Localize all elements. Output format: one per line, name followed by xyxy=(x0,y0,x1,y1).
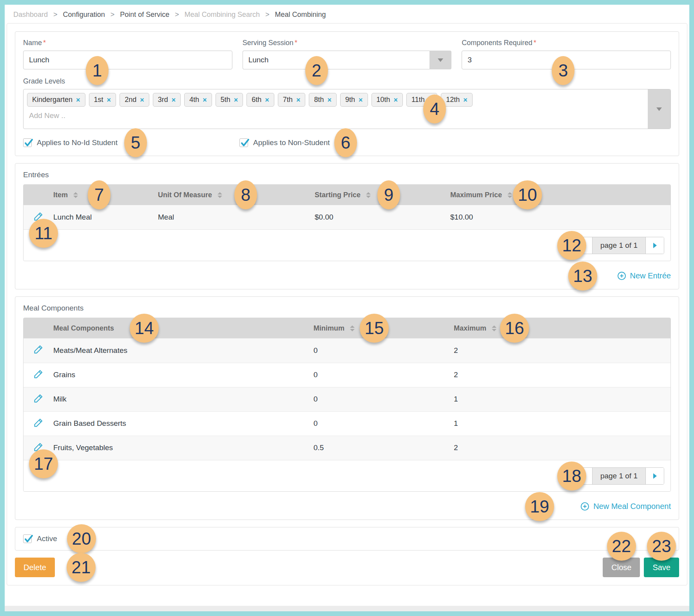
new-entree-link[interactable]: New Entrée xyxy=(617,271,671,280)
entrees-header-starting-price[interactable]: Starting Price 9 xyxy=(315,185,450,205)
grade-tag-label: 11th xyxy=(411,96,425,104)
remove-tag-icon[interactable]: × xyxy=(172,96,176,104)
sort-carets-icon xyxy=(366,192,371,198)
mc-max-cell: 1 xyxy=(454,387,670,411)
breadcrumb-configuration[interactable]: Configuration xyxy=(63,11,105,18)
remove-tag-icon[interactable]: × xyxy=(359,96,363,104)
callout-badge-21: 21 xyxy=(67,553,96,582)
required-asterisk: * xyxy=(533,39,536,47)
meal-components-title: Meal Components xyxy=(23,304,671,313)
active-checkbox[interactable] xyxy=(23,534,32,543)
entrees-header-unit-of-measure[interactable]: Unit Of Measure 8 xyxy=(158,185,315,205)
grade-tag: 2nd× xyxy=(120,93,149,107)
grade-tag: 4th× xyxy=(184,93,212,107)
close-button[interactable]: Close 22 xyxy=(603,558,640,577)
serving-session-dropdown-button[interactable] xyxy=(429,51,451,69)
grade-tag-label: 3rd xyxy=(158,96,168,104)
sort-carets-icon xyxy=(217,192,222,198)
breadcrumb-dashboard[interactable]: Dashboard xyxy=(13,11,48,18)
entrees-pagination-row: 11 12 page 1 of 1 xyxy=(24,229,670,261)
grade-tag: 9th× xyxy=(340,93,368,107)
edit-entree-cell xyxy=(24,205,53,229)
grade-level-tags: Kindergarten× 1st× 2nd× 3rd× 4th× 5th× 6… xyxy=(27,93,643,107)
entrees-page-prev-button[interactable] xyxy=(574,237,592,254)
chevron-down-icon xyxy=(438,58,443,62)
pencil-icon[interactable] xyxy=(33,211,44,222)
mc-row: Grains 0 2 xyxy=(24,363,670,387)
breadcrumb-point-of-service[interactable]: Point of Service xyxy=(120,11,169,18)
entrees-link-row: 13 New Entrée xyxy=(23,271,671,280)
callout-badge-9: 9 xyxy=(377,180,400,209)
non-student-checkbox[interactable] xyxy=(239,138,248,147)
mc-pager: page 1 of 1 xyxy=(574,467,664,485)
remove-tag-icon[interactable]: × xyxy=(203,96,207,104)
mc-header-name[interactable]: Meal Components 14 xyxy=(53,318,313,338)
remove-tag-icon[interactable]: × xyxy=(296,96,301,104)
footer-buttons-row: Delete 21 Close 22 Save 23 xyxy=(15,558,679,577)
required-asterisk: * xyxy=(43,39,46,47)
pencil-icon[interactable] xyxy=(33,369,44,380)
checkmark-icon xyxy=(24,138,33,147)
plus-circle-icon xyxy=(580,502,589,511)
left-arrow-icon xyxy=(581,243,585,248)
edit-mc-cell xyxy=(24,436,53,460)
remove-tag-icon[interactable]: × xyxy=(76,96,80,104)
entrees-page-next-button[interactable] xyxy=(646,237,664,254)
remove-tag-icon[interactable]: × xyxy=(265,96,269,104)
grade-tag: 5th× xyxy=(216,93,243,107)
remove-tag-icon[interactable]: × xyxy=(234,96,238,104)
remove-tag-icon[interactable]: × xyxy=(428,96,433,104)
grade-levels-multiselect[interactable]: Kindergarten× 1st× 2nd× 3rd× 4th× 5th× 6… xyxy=(23,89,671,129)
components-required-label: Components Required* xyxy=(462,39,671,47)
grade-tag-label: 4th xyxy=(189,96,199,104)
mc-page-next-button[interactable] xyxy=(646,468,664,484)
mc-name-cell: Milk xyxy=(53,387,313,411)
grade-levels-add-input[interactable] xyxy=(27,111,168,120)
entrees-pager: page 1 of 1 xyxy=(574,237,664,254)
remove-tag-icon[interactable]: × xyxy=(327,96,332,104)
entrees-header-item[interactable]: Item 7 xyxy=(53,185,158,205)
mc-row: Meats/Meat Alternates 0 2 xyxy=(24,338,670,363)
entree-unit-cell: Meal xyxy=(158,205,315,229)
no-id-student-checkbox[interactable] xyxy=(23,138,32,147)
save-button[interactable]: Save 23 xyxy=(644,558,679,577)
breadcrumb-meal-combining-search[interactable]: Meal Combining Search xyxy=(185,11,260,18)
pencil-icon[interactable] xyxy=(33,393,44,404)
mc-header-minimum[interactable]: Minimum 15 xyxy=(313,318,454,338)
breadcrumb-separator: > xyxy=(175,11,179,18)
mc-row: Fruits, Vegetables 0.5 2 xyxy=(24,436,670,460)
callout-badge-6: 6 xyxy=(334,128,357,157)
grade-tag-label: 2nd xyxy=(125,96,136,104)
components-required-input[interactable] xyxy=(462,51,671,69)
grade-tag-label: 9th xyxy=(345,96,355,104)
pencil-icon[interactable] xyxy=(33,344,44,355)
new-meal-component-link[interactable]: New Meal Component xyxy=(580,502,671,511)
pencil-icon[interactable] xyxy=(33,442,44,452)
right-arrow-icon xyxy=(653,243,657,248)
entrees-header-maximum-price[interactable]: Maximum Price 10 xyxy=(450,185,670,205)
mc-header-maximum[interactable]: Maximum 16 xyxy=(454,318,670,338)
required-asterisk: * xyxy=(295,39,297,47)
remove-tag-icon[interactable]: × xyxy=(394,96,398,104)
breadcrumb-separator: > xyxy=(111,11,115,18)
pencil-icon[interactable] xyxy=(33,417,44,428)
remove-tag-icon[interactable]: × xyxy=(107,96,111,104)
mc-name-cell: Meats/Meat Alternates xyxy=(53,338,313,363)
delete-button[interactable]: Delete xyxy=(15,558,55,577)
name-input[interactable] xyxy=(23,51,232,69)
remove-tag-icon[interactable]: × xyxy=(140,96,144,104)
entrees-header-icon-spacer xyxy=(24,185,53,205)
serving-session-value[interactable] xyxy=(243,51,430,69)
grade-tag-label: 7th xyxy=(283,96,293,104)
callout-badge-16: 16 xyxy=(500,314,529,343)
grade-levels-dropdown-button[interactable] xyxy=(648,89,670,129)
remove-tag-icon[interactable]: × xyxy=(463,96,467,104)
mc-page-prev-button[interactable] xyxy=(574,468,592,484)
meal-components-table: Meal Components 14 Minimum 15 Maximum 16… xyxy=(23,318,671,492)
edit-mc-cell xyxy=(24,363,53,387)
mc-min-cell: 0.5 xyxy=(313,436,454,460)
entrees-panel: Entrées Item 7 Unit Of Measure 8 Startin… xyxy=(15,163,679,289)
serving-session-select xyxy=(243,51,452,69)
active-panel: Active 20 xyxy=(15,527,679,551)
grade-tag-label: Kindergarten xyxy=(32,96,72,104)
